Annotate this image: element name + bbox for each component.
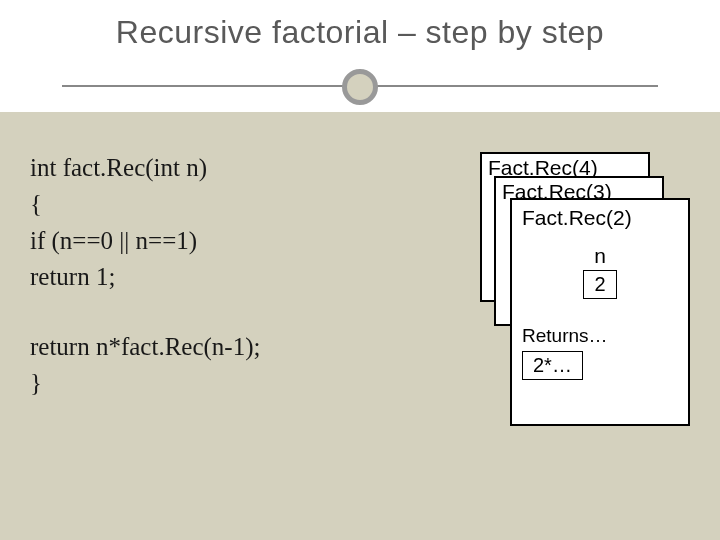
title-rule xyxy=(40,65,680,109)
keyword-int: int xyxy=(154,154,180,181)
returns-row: 2*… xyxy=(522,351,678,380)
ring-icon xyxy=(342,69,378,105)
returns-label: Returns… xyxy=(522,325,678,347)
code-text: fact.Rec( xyxy=(56,154,153,181)
stack-frame-2: Fact.Rec(2) n 2 Returns… 2*… xyxy=(510,198,690,426)
var-value-box: 2 xyxy=(583,270,617,299)
returns-value-box: 2*… xyxy=(522,351,583,380)
var-row: n 2 xyxy=(522,244,678,299)
slide-title: Recursive factorial – step by step xyxy=(40,14,680,51)
stack-frame-label: Fact.Rec(2) xyxy=(522,206,678,230)
code-text: n) xyxy=(180,154,207,181)
var-name: n xyxy=(522,244,678,268)
keyword-int: int xyxy=(30,154,56,181)
slide: Recursive factorial – step by step int f… xyxy=(0,0,720,540)
title-area: Recursive factorial – step by step xyxy=(0,0,720,109)
